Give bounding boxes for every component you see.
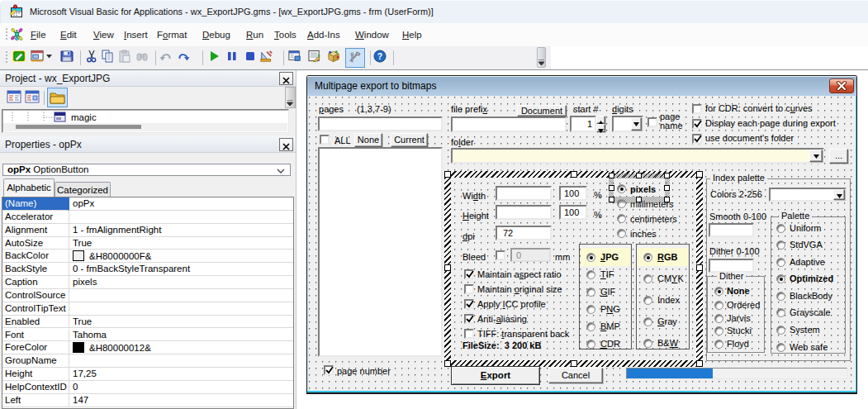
svg-text:?: ? <box>377 52 382 61</box>
svg-text:magic: magic <box>71 112 97 122</box>
